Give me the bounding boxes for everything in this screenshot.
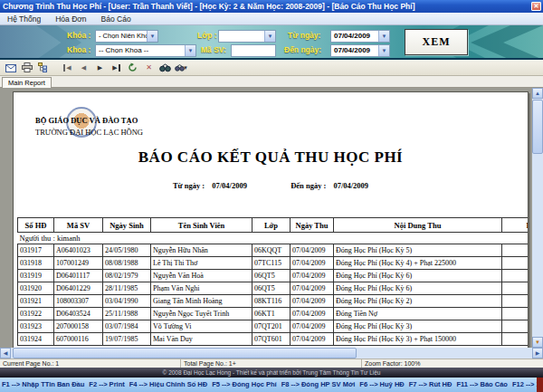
last-page-icon[interactable]: ▶ xyxy=(110,62,123,74)
copyright-bar: © 2008 Đại Học Lạc Hồng - Thiết kế và ph… xyxy=(0,368,543,378)
fkey-shortcut: F5 --> Đóng Học Phí xyxy=(212,380,276,388)
table-row: 03192460700011619/07/1985Mai Văn Duy07QT… xyxy=(18,333,529,346)
table-cell: 031918 xyxy=(18,257,54,270)
scroll-up-icon[interactable]: ▲ xyxy=(532,88,543,99)
zoom-icon[interactable]: ▼ xyxy=(175,62,188,74)
tab-main-report[interactable]: Main Report xyxy=(2,77,52,88)
table-cell: Võ Tường Vi xyxy=(151,320,252,333)
table-cell: Nguyễn Hữu Nhân xyxy=(151,244,252,257)
horizontal-scrollbar[interactable]: ◀ ▶ xyxy=(0,348,543,359)
table-cell: 07QT601 xyxy=(252,333,291,346)
fkey-items: F1 --> Nhập TTin Ban ĐầuF2 --> PrintF4 -… xyxy=(2,380,543,388)
column-header: Tên Sinh Viên xyxy=(151,218,252,233)
vertical-scroll-thumb[interactable] xyxy=(532,100,543,154)
search-icon[interactable] xyxy=(158,62,172,74)
column-header: Học Phí+Phạt xyxy=(502,218,529,233)
table-cell: 03/04/1990 xyxy=(103,295,151,308)
table-cell: 07/04/2009 xyxy=(291,308,334,320)
to-date-value: 07/04/2009 xyxy=(333,181,368,190)
group-header-row: Người thu : kimanh xyxy=(18,233,529,244)
chevron-down-icon[interactable]: ▼ xyxy=(183,65,188,71)
table-cell: Đóng Học Phí (Học Kỳ 6) xyxy=(334,282,502,295)
table-cell: 06QT5 xyxy=(252,270,291,282)
den-ngay-datepicker[interactable]: 07/04/2009 ▼ xyxy=(330,44,390,57)
table-row: 031917A0640102324/05/1980Nguyễn Hữu Nhân… xyxy=(18,244,529,257)
from-date-label: Từ ngày : xyxy=(173,181,205,190)
table-row: 031920D0640122928/11/1985Phạm Văn Nghi06… xyxy=(18,282,529,295)
chevron-down-icon[interactable]: ▼ xyxy=(378,31,389,42)
table-cell: 07/04/2009 xyxy=(291,282,334,295)
university-name: TRƯỜNG ĐẠI HỌC LẠC HỒNG xyxy=(35,128,143,137)
chevron-down-icon[interactable]: ▼ xyxy=(378,45,389,56)
report-viewer-toolbar: ◀ ◀ ▶ ▶ ✕ ▼ xyxy=(0,60,543,76)
view-button[interactable]: XEM xyxy=(405,29,468,55)
table-cell: 07/04/2009 xyxy=(291,257,334,270)
first-page-icon[interactable]: ◀ xyxy=(61,62,74,74)
table-cell: Đóng Học Phí (Học Kỳ 3) + Phạt 150000 xyxy=(334,333,502,346)
table-cell: D06401117 xyxy=(54,270,103,282)
khoa-select[interactable]: -- Chọn Khoa -- ▼ xyxy=(95,44,196,57)
scroll-left-icon[interactable]: ◀ xyxy=(0,348,11,359)
table-cell: D06401229 xyxy=(54,282,103,295)
menu-bar: Hệ ThốngHóa ĐơnBáo Cáo xyxy=(0,13,543,25)
lop-select[interactable]: ▼ xyxy=(218,30,276,43)
table-cell: 108003307 xyxy=(54,295,103,308)
table-cell: Đóng Tiền Nợ xyxy=(334,308,502,320)
table-cell: 031921 xyxy=(18,295,54,308)
table-cell: 3,000,000 xyxy=(502,244,529,257)
table-cell: 03/07/1984 xyxy=(103,320,151,333)
tu-ngay-datepicker[interactable]: 07/04/2009 ▼ xyxy=(330,30,390,43)
fkey-shortcut: F2 --> Print xyxy=(89,380,124,388)
ma-sv-input[interactable] xyxy=(231,44,276,57)
refresh-icon[interactable] xyxy=(126,62,139,74)
table-row: 03192110800330703/04/1990Giang Tấn Minh … xyxy=(18,295,529,308)
export-icon[interactable] xyxy=(4,62,17,74)
table-cell: Giang Tấn Minh Hoàng xyxy=(151,295,252,308)
nien-khoa-select[interactable]: - Chọn Niên Khóa ▼ xyxy=(95,30,158,43)
menu-item[interactable]: Hóa Đơn xyxy=(48,13,93,24)
chevron-down-icon[interactable]: ▼ xyxy=(147,31,157,42)
scroll-down-icon[interactable]: ▼ xyxy=(532,337,543,348)
fkey-shortcut: F11 --> Báo Cáo xyxy=(456,380,507,388)
lop-label: Lớp : xyxy=(197,31,217,40)
close-button[interactable]: ✕ xyxy=(531,2,541,11)
column-header: Nội Dung Thu xyxy=(334,218,502,233)
column-header: Ngày Sinh xyxy=(103,218,151,233)
vertical-scrollbar[interactable]: ▲ ▼ xyxy=(532,88,543,348)
status-bar: Current Page No.: 1 Total Page No.: 1+ Z… xyxy=(0,359,543,368)
group-tree-icon[interactable] xyxy=(36,62,50,74)
table-cell: Lê Thị Thi Thơ xyxy=(151,257,252,270)
report-viewport: BỘ GIÁO DỤC VÀ ĐÀO TẠO TRƯỜNG ĐẠI HỌC LẠ… xyxy=(0,88,543,359)
table-cell: 07/04/2009 xyxy=(291,333,334,346)
tu-ngay-label: Từ ngày: xyxy=(288,31,320,40)
table-row: 031922D0640352425/11/1988Nguyễn Ngọc Tuy… xyxy=(18,308,529,320)
chevron-down-icon[interactable]: ▼ xyxy=(185,45,195,56)
stop-icon[interactable]: ✕ xyxy=(142,62,156,74)
table-row: 031919D0640111708/02/1979Nguyễn Văn Hoà0… xyxy=(18,270,529,282)
menu-item[interactable]: Báo Cáo xyxy=(94,13,138,24)
column-header: Mã SV xyxy=(54,218,103,233)
fkey-bar-end-block xyxy=(537,378,543,392)
table-cell: 28/11/1985 xyxy=(103,282,151,295)
table-cell: 3,000,000 xyxy=(502,282,529,295)
scroll-right-icon[interactable]: ▶ xyxy=(532,348,543,359)
chevron-down-icon[interactable]: ▼ xyxy=(264,31,275,42)
horizontal-scroll-thumb[interactable] xyxy=(13,348,357,359)
prev-page-icon[interactable]: ◀ xyxy=(77,62,90,74)
function-key-bar: F1 --> Nhập TTin Ban ĐầuF2 --> PrintF4 -… xyxy=(0,378,543,392)
table-cell: 06KQQT xyxy=(252,244,291,257)
table-cell: 07/04/2009 xyxy=(291,295,334,308)
table-cell: 031922 xyxy=(18,308,54,320)
table-cell: 19/07/1985 xyxy=(103,333,151,346)
ministry-name: BỘ GIÁO DỤC VÀ ĐÀO TẠO xyxy=(35,116,138,125)
table-cell: 200,000 xyxy=(502,308,529,320)
khoa-label: Khoa : xyxy=(67,45,90,54)
nien-khoa-label: Khóa : xyxy=(67,31,90,40)
next-page-icon[interactable]: ▶ xyxy=(93,62,107,74)
menu-item[interactable]: Hệ Thống xyxy=(0,13,48,24)
table-cell: Mai Văn Duy xyxy=(151,333,252,346)
table-cell: 031923 xyxy=(18,320,54,333)
report-table-wrap: Số HĐMã SVNgày SinhTên Sinh ViênLớpNgày … xyxy=(17,217,529,346)
print-icon[interactable] xyxy=(20,62,33,74)
table-cell: 24/05/1980 xyxy=(103,244,151,257)
